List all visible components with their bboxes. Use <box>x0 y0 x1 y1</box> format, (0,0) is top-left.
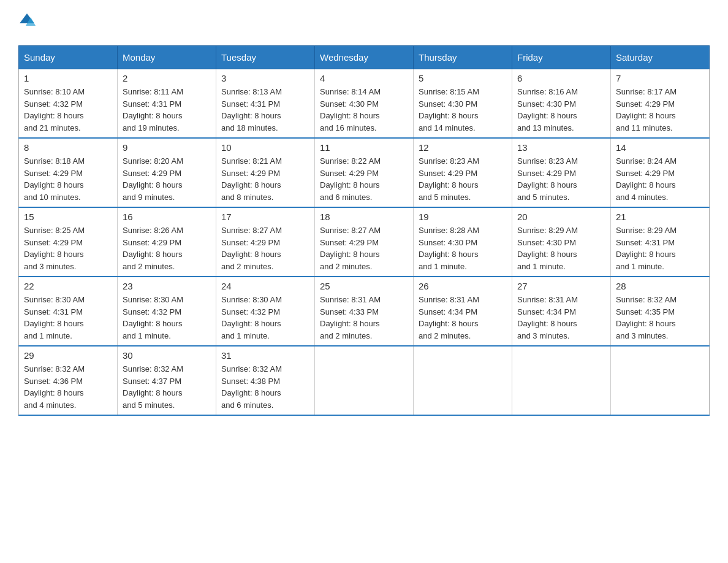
calendar-week-1: 1 Sunrise: 8:10 AMSunset: 4:32 PMDayligh… <box>19 69 710 139</box>
day-number: 17 <box>221 212 309 222</box>
calendar-cell: 21 Sunrise: 8:29 AMSunset: 4:31 PMDaylig… <box>611 207 710 277</box>
day-number: 25 <box>320 281 408 291</box>
day-number: 12 <box>419 142 507 153</box>
calendar-week-2: 8 Sunrise: 8:18 AMSunset: 4:29 PMDayligh… <box>19 138 710 207</box>
header-row: SundayMondayTuesdayWednesdayThursdayFrid… <box>19 46 710 69</box>
calendar-header: SundayMondayTuesdayWednesdayThursdayFrid… <box>19 46 710 69</box>
day-info: Sunrise: 8:29 AMSunset: 4:30 PMDaylight:… <box>517 226 578 271</box>
calendar-body: 1 Sunrise: 8:10 AMSunset: 4:32 PMDayligh… <box>19 69 710 416</box>
calendar-cell: 13 Sunrise: 8:23 AMSunset: 4:29 PMDaylig… <box>512 138 611 207</box>
day-info: Sunrise: 8:18 AMSunset: 4:29 PMDaylight:… <box>24 156 85 202</box>
day-number: 6 <box>517 73 605 83</box>
day-info: Sunrise: 8:27 AMSunset: 4:29 PMDaylight:… <box>320 226 381 271</box>
calendar-cell: 6 Sunrise: 8:16 AMSunset: 4:30 PMDayligh… <box>512 69 611 139</box>
calendar-cell <box>512 346 611 415</box>
day-info: Sunrise: 8:32 AMSunset: 4:37 PMDaylight:… <box>123 364 183 410</box>
calendar-cell: 28 Sunrise: 8:32 AMSunset: 4:35 PMDaylig… <box>611 277 710 346</box>
day-info: Sunrise: 8:28 AMSunset: 4:30 PMDaylight:… <box>419 226 479 271</box>
day-number: 15 <box>24 212 112 222</box>
calendar-week-4: 22 Sunrise: 8:30 AMSunset: 4:31 PMDaylig… <box>19 277 710 346</box>
day-info: Sunrise: 8:31 AMSunset: 4:34 PMDaylight:… <box>419 295 479 340</box>
calendar-cell: 26 Sunrise: 8:31 AMSunset: 4:34 PMDaylig… <box>414 277 512 346</box>
calendar-cell: 25 Sunrise: 8:31 AMSunset: 4:33 PMDaylig… <box>315 277 414 346</box>
day-number: 4 <box>320 73 408 83</box>
day-number: 8 <box>24 142 112 153</box>
day-number: 21 <box>616 212 704 222</box>
weekday-header-wednesday: Wednesday <box>315 46 414 69</box>
day-info: Sunrise: 8:32 AMSunset: 4:36 PMDaylight:… <box>24 364 85 410</box>
day-number: 2 <box>123 73 211 83</box>
calendar-cell: 16 Sunrise: 8:26 AMSunset: 4:29 PMDaylig… <box>118 207 216 277</box>
weekday-header-sunday: Sunday <box>19 46 118 69</box>
day-number: 20 <box>517 212 605 222</box>
day-number: 16 <box>123 212 211 222</box>
day-number: 9 <box>123 142 211 153</box>
day-number: 31 <box>221 350 309 361</box>
day-info: Sunrise: 8:10 AMSunset: 4:32 PMDaylight:… <box>24 87 85 132</box>
calendar-cell: 3 Sunrise: 8:13 AMSunset: 4:31 PMDayligh… <box>216 69 315 139</box>
day-number: 28 <box>616 281 704 291</box>
calendar-cell: 4 Sunrise: 8:14 AMSunset: 4:30 PMDayligh… <box>315 69 414 139</box>
calendar-cell: 23 Sunrise: 8:30 AMSunset: 4:32 PMDaylig… <box>118 277 216 346</box>
day-info: Sunrise: 8:25 AMSunset: 4:29 PMDaylight:… <box>24 226 85 271</box>
day-number: 24 <box>221 281 309 291</box>
day-info: Sunrise: 8:24 AMSunset: 4:29 PMDaylight:… <box>616 156 677 202</box>
day-number: 7 <box>616 73 704 83</box>
calendar-cell: 8 Sunrise: 8:18 AMSunset: 4:29 PMDayligh… <box>19 138 118 207</box>
weekday-header-tuesday: Tuesday <box>216 46 315 69</box>
logo-text <box>18 12 36 33</box>
day-info: Sunrise: 8:30 AMSunset: 4:32 PMDaylight:… <box>123 295 183 340</box>
day-info: Sunrise: 8:11 AMSunset: 4:31 PMDaylight:… <box>123 87 183 132</box>
calendar-table: SundayMondayTuesdayWednesdayThursdayFrid… <box>18 45 710 416</box>
day-info: Sunrise: 8:23 AMSunset: 4:29 PMDaylight:… <box>517 156 578 202</box>
calendar-cell: 19 Sunrise: 8:28 AMSunset: 4:30 PMDaylig… <box>414 207 512 277</box>
calendar-cell: 15 Sunrise: 8:25 AMSunset: 4:29 PMDaylig… <box>19 207 118 277</box>
calendar-cell: 12 Sunrise: 8:23 AMSunset: 4:29 PMDaylig… <box>414 138 512 207</box>
day-info: Sunrise: 8:21 AMSunset: 4:29 PMDaylight:… <box>221 156 282 202</box>
day-info: Sunrise: 8:16 AMSunset: 4:30 PMDaylight:… <box>517 87 578 132</box>
day-info: Sunrise: 8:22 AMSunset: 4:29 PMDaylight:… <box>320 156 381 202</box>
calendar-cell: 20 Sunrise: 8:29 AMSunset: 4:30 PMDaylig… <box>512 207 611 277</box>
weekday-header-friday: Friday <box>512 46 611 69</box>
day-number: 19 <box>419 212 507 222</box>
day-info: Sunrise: 8:30 AMSunset: 4:31 PMDaylight:… <box>24 295 85 340</box>
calendar-cell <box>611 346 710 415</box>
calendar-cell: 10 Sunrise: 8:21 AMSunset: 4:29 PMDaylig… <box>216 138 315 207</box>
day-info: Sunrise: 8:27 AMSunset: 4:29 PMDaylight:… <box>221 226 282 271</box>
logo-icon <box>18 11 36 28</box>
calendar-cell: 30 Sunrise: 8:32 AMSunset: 4:37 PMDaylig… <box>118 346 216 415</box>
day-number: 27 <box>517 281 605 291</box>
calendar-cell: 1 Sunrise: 8:10 AMSunset: 4:32 PMDayligh… <box>19 69 118 139</box>
day-info: Sunrise: 8:31 AMSunset: 4:33 PMDaylight:… <box>320 295 381 340</box>
day-info: Sunrise: 8:15 AMSunset: 4:30 PMDaylight:… <box>419 87 479 132</box>
calendar-cell <box>315 346 414 415</box>
calendar-cell: 14 Sunrise: 8:24 AMSunset: 4:29 PMDaylig… <box>611 138 710 207</box>
day-info: Sunrise: 8:29 AMSunset: 4:31 PMDaylight:… <box>616 226 677 271</box>
calendar-cell: 29 Sunrise: 8:32 AMSunset: 4:36 PMDaylig… <box>19 346 118 415</box>
day-info: Sunrise: 8:26 AMSunset: 4:29 PMDaylight:… <box>123 226 183 271</box>
calendar-cell: 18 Sunrise: 8:27 AMSunset: 4:29 PMDaylig… <box>315 207 414 277</box>
day-number: 5 <box>419 73 507 83</box>
day-info: Sunrise: 8:32 AMSunset: 4:38 PMDaylight:… <box>221 364 282 410</box>
weekday-header-saturday: Saturday <box>611 46 710 69</box>
weekday-header-monday: Monday <box>118 46 216 69</box>
day-info: Sunrise: 8:20 AMSunset: 4:29 PMDaylight:… <box>123 156 183 202</box>
day-number: 22 <box>24 281 112 291</box>
day-number: 3 <box>221 73 309 83</box>
day-number: 10 <box>221 142 309 153</box>
day-info: Sunrise: 8:13 AMSunset: 4:31 PMDaylight:… <box>221 87 282 132</box>
calendar-cell: 7 Sunrise: 8:17 AMSunset: 4:29 PMDayligh… <box>611 69 710 139</box>
weekday-header-thursday: Thursday <box>414 46 512 69</box>
day-info: Sunrise: 8:23 AMSunset: 4:29 PMDaylight:… <box>419 156 479 202</box>
calendar-cell: 27 Sunrise: 8:31 AMSunset: 4:34 PMDaylig… <box>512 277 611 346</box>
day-number: 18 <box>320 212 408 222</box>
calendar-cell: 5 Sunrise: 8:15 AMSunset: 4:30 PMDayligh… <box>414 69 512 139</box>
calendar-cell: 17 Sunrise: 8:27 AMSunset: 4:29 PMDaylig… <box>216 207 315 277</box>
calendar-week-5: 29 Sunrise: 8:32 AMSunset: 4:36 PMDaylig… <box>19 346 710 415</box>
day-number: 23 <box>123 281 211 291</box>
calendar-week-3: 15 Sunrise: 8:25 AMSunset: 4:29 PMDaylig… <box>19 207 710 277</box>
day-info: Sunrise: 8:30 AMSunset: 4:32 PMDaylight:… <box>221 295 282 340</box>
day-number: 26 <box>419 281 507 291</box>
logo <box>18 12 36 33</box>
calendar-cell <box>414 346 512 415</box>
